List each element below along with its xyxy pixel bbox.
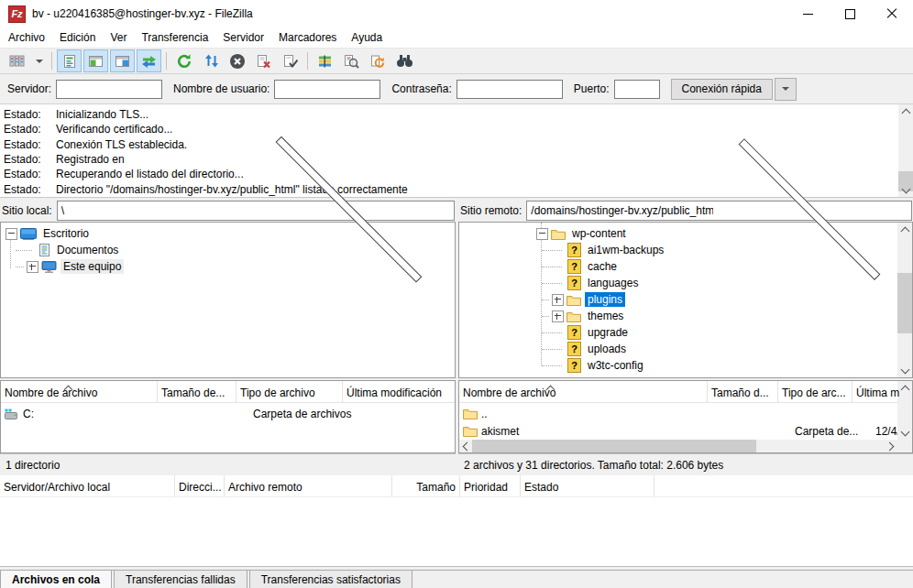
collapse-expander[interactable] [6, 228, 17, 240]
menu-transferencia[interactable]: Transferencia [134, 28, 215, 47]
find-button[interactable] [392, 49, 417, 72]
column-header-modified[interactable]: Última modificación [343, 381, 456, 402]
menu-servidor[interactable]: Servidor [215, 28, 271, 47]
scroll-thumb[interactable] [472, 440, 756, 452]
maximize-button[interactable] [829, 0, 871, 27]
tree-item-label: Escritorio [40, 226, 92, 241]
tree-connector [16, 267, 24, 267]
remote-list-horizontal-scrollbar[interactable] [459, 440, 897, 452]
column-header-size[interactable]: Tamaño d... [708, 381, 778, 402]
port-input[interactable] [614, 80, 660, 99]
toggle-remote-tree-button[interactable] [110, 49, 135, 72]
remote-path-combobox[interactable]: /domains/hostinger-bv.xyz/public_html/wp… [526, 201, 912, 221]
column-header-size[interactable]: Tamaño [392, 475, 460, 496]
scroll-up-arrow[interactable] [897, 223, 912, 236]
column-header-type[interactable]: Tipo de archivo [236, 381, 343, 402]
tree-item-plugins[interactable]: plugins [459, 291, 897, 308]
menu-ayuda[interactable]: Ayuda [344, 28, 390, 47]
tree-item-este-equipo[interactable]: Este equipo [1, 258, 455, 275]
tree-item-w3tc-config[interactable]: ? w3tc-config [459, 357, 897, 374]
disconnect-button[interactable] [251, 49, 276, 72]
tree-item-upgrade[interactable]: ? upgrade [459, 324, 897, 341]
transfer-queue-icon [140, 54, 158, 69]
column-header-priority[interactable]: Prioridad [460, 475, 521, 496]
reconnect-icon [282, 54, 298, 69]
scroll-thumb[interactable] [897, 273, 912, 333]
site-manager-dropdown-button[interactable] [31, 49, 47, 72]
synchronized-browsing-button[interactable] [366, 49, 390, 72]
tab-transferencias-satisfactorias[interactable]: Transferencias satisfactorias [249, 571, 412, 588]
log-message: Registrado en [56, 153, 125, 166]
tab-transferencias-fallidas[interactable]: Transferencias fallidas [114, 571, 248, 588]
reconnect-button[interactable] [278, 49, 302, 72]
local-tree-content: Escritorio Documentos [1, 223, 455, 377]
message-log: Estado:Inicializando TLS... Estado:Verif… [0, 104, 913, 198]
file-row-akismet[interactable]: akismet Carpeta de... 12/4/202 [459, 422, 897, 440]
column-header-remote-file[interactable]: Archivo remoto [225, 475, 392, 496]
menu-marcadores[interactable]: Marcadores [271, 28, 344, 47]
refresh-button[interactable] [171, 49, 196, 72]
column-header-status[interactable]: Estado [521, 475, 654, 496]
folder-icon [566, 294, 581, 306]
password-input[interactable] [456, 80, 563, 99]
scroll-track[interactable] [897, 395, 912, 426]
tree-item-escritorio[interactable]: Escritorio [1, 225, 455, 242]
scroll-right-arrow[interactable] [885, 440, 897, 452]
tree-item-ai1wm-backups[interactable]: ? ai1wm-backups [459, 242, 897, 258]
collapse-expander[interactable] [536, 228, 548, 240]
computer-icon [41, 261, 57, 273]
column-header-type[interactable]: Tipo de arc... [778, 381, 852, 402]
column-header-name[interactable]: Nombre de archivo [459, 381, 708, 402]
log-status-prefix: Estado: [2, 123, 56, 136]
tree-item-uploads[interactable]: ? uploads [459, 341, 897, 357]
log-scrollbar[interactable] [898, 104, 913, 197]
minimize-button[interactable] [786, 0, 829, 27]
menu-archivo[interactable]: Archivo [1, 28, 52, 47]
quickconnect-button[interactable]: Conexión rápida [671, 79, 773, 100]
column-header-name[interactable]: Nombre de archivo [1, 381, 158, 402]
scroll-down-arrow[interactable] [897, 426, 912, 440]
quickconnect-dropdown-button[interactable] [775, 78, 797, 101]
site-manager-button[interactable] [5, 49, 29, 72]
tree-item-documentos[interactable]: Documentos [1, 242, 455, 258]
tree-item-label: w3tc-config [585, 358, 646, 373]
cancel-button[interactable] [225, 49, 249, 72]
tree-item-languages[interactable]: ? languages [459, 275, 897, 291]
log-message: Verificando certificado... [56, 123, 172, 136]
tree-item-cache[interactable]: ? cache [459, 258, 897, 275]
scroll-up-arrow[interactable] [898, 104, 913, 118]
log-status-prefix: Estado: [2, 183, 56, 196]
file-row-c-drive[interactable]: C: Carpeta de archivos [1, 405, 455, 422]
menu-ver[interactable]: Ver [103, 28, 134, 47]
toggle-local-tree-button[interactable] [83, 49, 108, 72]
tree-item-wp-content[interactable]: wp-content [459, 225, 897, 242]
remote-tree: wp-content ? ai1wm-backups ? cache [458, 222, 913, 378]
remote-tree-scrollbar[interactable] [897, 223, 912, 377]
tree-item-themes[interactable]: themes [459, 308, 897, 324]
server-input[interactable] [56, 80, 162, 99]
process-queue-icon [204, 53, 218, 69]
column-header-local-file[interactable]: Servidor/Archivo local [0, 475, 175, 496]
column-header-direction[interactable]: Direcci... [175, 475, 225, 496]
tree-item-label: wp-content [569, 226, 629, 241]
expand-expander[interactable] [552, 294, 564, 306]
scroll-left-arrow[interactable] [459, 440, 472, 452]
column-header-size[interactable]: Tamaño de... [158, 381, 236, 402]
column-header-modified[interactable]: Última m [852, 381, 904, 402]
toggle-queue-button[interactable] [137, 49, 161, 72]
expand-expander[interactable] [27, 261, 38, 273]
scroll-down-arrow[interactable] [897, 364, 912, 377]
filter-button[interactable] [313, 49, 337, 72]
file-row-parent-dir[interactable]: .. [459, 405, 897, 422]
process-queue-button[interactable] [198, 49, 223, 72]
scroll-track[interactable] [897, 236, 912, 364]
username-input[interactable] [274, 80, 380, 99]
scroll-track[interactable] [898, 118, 913, 183]
expand-expander[interactable] [552, 310, 564, 322]
compare-button[interactable] [339, 49, 364, 72]
menu-edicion[interactable]: Edición [52, 28, 103, 47]
toggle-log-view-button[interactable] [57, 49, 82, 72]
tab-archivos-en-cola[interactable]: Archivos en cola [0, 571, 112, 588]
local-path-combobox[interactable]: \ [57, 201, 455, 221]
close-button[interactable] [871, 0, 913, 27]
